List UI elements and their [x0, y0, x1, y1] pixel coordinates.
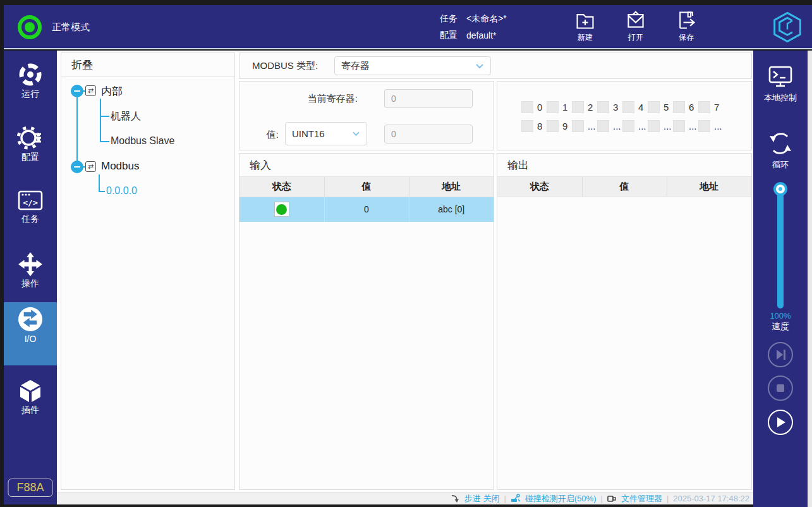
- value-input[interactable]: 0: [384, 125, 473, 144]
- open-button-label: 打开: [615, 32, 656, 43]
- bit-label: 0: [537, 102, 542, 113]
- config-label: 配置: [440, 30, 458, 41]
- bit-label: 6: [689, 102, 694, 113]
- bit-label: ...: [638, 121, 646, 131]
- bit-cell: 0: [521, 101, 547, 113]
- bit-checkbox[interactable]: [648, 101, 660, 113]
- bit-checkbox[interactable]: [698, 120, 710, 132]
- bit-label: 7: [714, 102, 719, 113]
- bit-cell: 4: [622, 101, 648, 113]
- bit-cell: 1: [547, 101, 572, 113]
- brand-logo: [771, 11, 804, 46]
- terminal-icon: [767, 64, 794, 90]
- bit-checkbox[interactable]: [521, 101, 533, 113]
- current-register-value: 0: [391, 94, 396, 104]
- sidebar-item-operate[interactable]: 操作: [4, 248, 57, 308]
- tree-node-modbus-slave[interactable]: Modbus Slave: [111, 135, 174, 147]
- sidebar-item-io[interactable]: I/O: [4, 302, 57, 365]
- right-sidebar: 本地控制 循环 100% 速度: [753, 51, 808, 507]
- bit-checkbox[interactable]: [547, 120, 559, 132]
- step-status[interactable]: 步进 关闭: [464, 493, 500, 504]
- stop-button[interactable]: [768, 376, 793, 401]
- tree-collapse-toggle[interactable]: [71, 85, 83, 97]
- sidebar-item-label: 配置: [4, 152, 57, 163]
- bit-checkbox[interactable]: [572, 120, 584, 132]
- bit-label: ...: [664, 121, 672, 131]
- stop-icon: [769, 377, 792, 400]
- bit-checkbox[interactable]: [698, 101, 710, 113]
- collision-status[interactable]: 碰撞检测开启(50%): [525, 493, 597, 504]
- tree-node-address[interactable]: 0.0.0.0: [106, 185, 137, 197]
- tree-node-modbus[interactable]: Modbus: [101, 160, 139, 173]
- bit-checkbox[interactable]: [622, 101, 634, 113]
- col-value: 值: [324, 177, 409, 197]
- save-button[interactable]: 保存: [666, 10, 706, 43]
- main-content: 折叠 ⇄ 内部 机器人 Modbus Slave ⇄: [57, 51, 753, 504]
- status-led-box: [274, 202, 289, 217]
- separator: |: [601, 494, 603, 503]
- bit-cell: 6: [673, 101, 698, 113]
- bit-checkbox[interactable]: [597, 101, 609, 113]
- input-row-address: abc [0]: [409, 197, 494, 222]
- tree-collapse-toggle[interactable]: [71, 161, 83, 173]
- play-button[interactable]: [768, 410, 793, 435]
- speed-slider[interactable]: [772, 185, 789, 311]
- bit-checkbox[interactable]: [648, 120, 660, 132]
- tree-node-robot[interactable]: 机器人: [111, 110, 141, 123]
- save-icon: [676, 10, 697, 30]
- sidebar-item-run[interactable]: 运行: [4, 58, 57, 119]
- top-bar: 正常模式 任务 <未命名>* 配置 default* 新建: [4, 5, 812, 49]
- sidebar-item-label: I/O: [4, 334, 57, 344]
- output-title: 输出: [497, 154, 751, 177]
- bit-checkbox[interactable]: [521, 120, 533, 132]
- status-bar: 步进 关闭 | 碰撞检测开启(50%) | 文件管理器 | 2025-03-17…: [57, 492, 753, 504]
- bit-label: ...: [588, 121, 596, 131]
- bit-cell: ...: [698, 120, 724, 132]
- bit-checkbox[interactable]: [622, 120, 634, 132]
- bit-checkbox[interactable]: [597, 120, 609, 132]
- open-button[interactable]: 打开: [615, 10, 656, 43]
- bit-cell: 2: [572, 101, 597, 113]
- slider-track[interactable]: [777, 191, 784, 308]
- current-register-input[interactable]: 0: [384, 89, 473, 108]
- input-table-row[interactable]: 0 abc [0]: [239, 197, 494, 222]
- task-value: <未命名>*: [466, 13, 507, 25]
- bit-cell: ...: [673, 120, 698, 132]
- skip-next-icon: [769, 343, 792, 366]
- bit-label: 2: [588, 102, 593, 113]
- sidebar-item-plugin[interactable]: 插件: [4, 374, 57, 435]
- tree-connector: [100, 99, 101, 142]
- file-manager-icon: [607, 494, 617, 503]
- sidebar-item-task[interactable]: </> 任务: [4, 185, 57, 245]
- bit-cell: 7: [698, 101, 724, 113]
- mode-label: 正常模式: [52, 21, 90, 34]
- input-title: 输入: [239, 154, 494, 177]
- sidebar-item-label: 插件: [4, 405, 57, 416]
- loop-button[interactable]: 循环: [753, 130, 808, 171]
- bit-checkbox[interactable]: [673, 101, 685, 113]
- tree-node-internal[interactable]: 内部: [101, 84, 123, 99]
- task-label: 任务: [440, 13, 458, 25]
- new-button[interactable]: 新建: [565, 10, 605, 43]
- register-fields-panel: 当前寄存器: 0 值: UINT16 0: [239, 81, 494, 150]
- device-tree: ⇄ 内部 机器人 Modbus Slave ⇄ Modbus 0.0.0.0: [61, 77, 234, 489]
- task-config-info: 任务 <未命名>* 配置 default*: [440, 11, 507, 44]
- local-control-button[interactable]: 本地控制: [753, 64, 808, 104]
- col-address: 地址: [409, 177, 494, 197]
- value-type-select[interactable]: UINT16: [285, 122, 367, 145]
- tree-connector: [100, 141, 109, 142]
- left-sidebar: 运行 配置 </> 任务 操作: [4, 51, 57, 504]
- open-icon: [625, 10, 646, 30]
- new-folder-icon: [574, 10, 596, 30]
- bit-checkbox[interactable]: [572, 101, 584, 113]
- file-manager-link[interactable]: 文件管理器: [621, 493, 662, 504]
- local-control-label: 本地控制: [753, 92, 808, 104]
- modbus-type-select[interactable]: 寄存器: [334, 56, 491, 75]
- window-edge: [808, 51, 812, 507]
- sidebar-item-config[interactable]: 配置: [4, 121, 57, 182]
- step-forward-button[interactable]: [768, 342, 793, 367]
- bit-checkbox[interactable]: [547, 101, 559, 113]
- bit-checkbox[interactable]: [673, 120, 685, 132]
- slider-handle[interactable]: [776, 185, 785, 193]
- collapse-header[interactable]: 折叠: [61, 53, 234, 77]
